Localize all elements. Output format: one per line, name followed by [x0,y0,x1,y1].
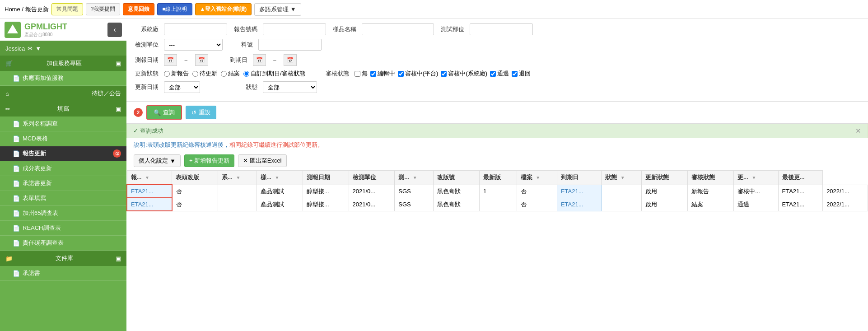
cb-return[interactable]: 退回 [512,70,531,78]
sidebar-item-value-service-header[interactable]: 🛒 加值服務專區 ▣ [0,56,126,71]
doc9-icon: 📄 [13,225,20,232]
filter-icon[interactable]: ▼ [536,175,540,180]
sidebar-item-label: 供應商加值服務 [23,74,64,82]
table-row: ETA21...否產品測試醇型接...2021/0...SGS黑色膏狀否ETA2… [127,198,868,211]
filter-icon[interactable]: ▼ [275,175,280,180]
report-date-end-calendar[interactable]: 📅 [195,54,208,66]
radio-new-report[interactable]: 新報告 [164,70,189,78]
report-date-start-calendar[interactable]: 📅 [164,54,177,66]
logo-sub: 產品合台8080 [24,32,67,38]
info-text-part2: 相同紀錄可繼續進行測試部位更新。 [229,141,323,148]
filter-icon[interactable]: ▼ [413,175,417,180]
sidebar-item-label: 表單填寫 [23,194,46,202]
update-date-select[interactable]: 全部 [164,81,200,93]
reset-icon: ↺ [191,109,196,116]
factory-input[interactable] [164,23,227,35]
filter-icon[interactable]: ▼ [621,175,625,180]
cb-none[interactable]: 無 [355,70,368,78]
table-cell: 否 [172,198,218,211]
expiry-date-start-calendar[interactable]: 📅 [253,54,266,66]
data-table: 報... ▼ 表頭改版 系... ▼ 樣... ▼ 測報日期 檢測單位 測...… [126,170,868,211]
sidebar-item-supplier-value[interactable]: 📄 供應商加值服務 [0,71,126,86]
col-report-no: 報... ▼ [127,171,172,185]
section2-label: 待辦／公告 [92,89,121,98]
cb-platform-review[interactable]: 審核中(平台) [398,70,439,78]
table-cell: SGS [395,185,434,198]
main-layout: GPMLIGHT 產品合台8080 ‹ Jessica ✉ ▼ 🛒 加值服務專區… [0,19,868,331]
sidebar-item-form-fill[interactable]: 📄 表單填寫 [0,191,126,206]
sidebar-item-series-survey[interactable]: 📄 系列名稱調查 [0,117,126,131]
filter-icon[interactable]: ▼ [751,175,756,180]
table-cell: 黑色膏狀 [434,198,480,211]
sidebar-item-label: 加州65調查表 [23,209,58,217]
expiry-date-end-calendar[interactable]: 📅 [284,54,297,66]
file-link[interactable]: ETA21... [561,201,583,208]
table-row: ETA21...否產品測試醇型接...2021/0...SGS黑色膏狀1否ETA… [127,185,868,198]
doc11-icon: 📄 [13,270,20,277]
search-button[interactable]: 🔍 查詢 [146,105,182,120]
col-latest: 最新版 [480,171,517,185]
sidebar-item-pledge-update[interactable]: 📄 承諾書更新 [0,176,126,191]
reset-button[interactable]: ↺ 重設 [186,106,216,119]
test-dept-input[interactable] [470,23,533,35]
item-no-input[interactable] [258,39,322,51]
sample-name-input[interactable] [362,23,434,35]
success-bar: ✓ 查詢成功 ✕ [126,124,868,138]
sidebar-item-fill-header[interactable]: ✏ 填寫 ▣ [0,101,126,117]
close-success-button[interactable]: ✕ [855,127,861,135]
multilang-button[interactable]: 多語系管理 ▼ [254,3,301,16]
radio-custom-date[interactable]: 自訂到期日/審核狀態 [243,70,305,78]
sidebar-item-pledge-doc[interactable]: 📄 承諾書 [0,266,126,281]
audit-status-checkboxes: 無 編輯中 審核中(平台) 審核中(系統廠) 通過 退回 [355,70,531,78]
table-cell [602,185,642,198]
radio-close[interactable]: 結案 [221,70,240,78]
feedback-button[interactable]: 意見回饋 [123,3,154,15]
sidebar-item-ingredient-update[interactable]: 📄 成分表更新 [0,161,126,176]
report-no-link[interactable]: ETA21... [131,201,154,208]
file-link[interactable]: ETA21... [561,188,583,195]
back-button[interactable]: ‹ [107,23,122,37]
sidebar-item-todo-header[interactable]: ⌂ 待辦／公告 [0,86,126,101]
login-old-button[interactable]: ▲登入舊站台(唯讀) [195,3,252,15]
faq-button[interactable]: 常見問題 [51,3,83,15]
filter-icon[interactable]: ▼ [145,175,149,180]
user-section[interactable]: Jessica ✉ ▼ [0,42,126,56]
table-cell: 否 [517,198,557,211]
sidebar-header: GPMLIGHT 產品合台8080 ‹ [0,19,126,42]
sidebar-item-carbon[interactable]: 📄 責任碳產調查表 [0,236,126,251]
report-no-link[interactable]: ETA21... [131,188,154,195]
step2-badge: 2 [134,108,143,117]
export-excel-button[interactable]: ✕ 匯出至Excel [238,154,286,167]
table-cell: 啟用 [642,185,688,198]
col-audit-status: 審核狀態 [688,171,734,185]
item-no-label: 料號 [228,41,253,49]
sidebar-item-label: MCD表格 [23,135,48,143]
sidebar-item-report-update[interactable]: 📄 報告更新 ① [0,146,126,161]
cb-editing[interactable]: 編輯中 [370,70,395,78]
breadcrumb: Home / 報告更新 [5,5,49,14]
radio-pending[interactable]: 待更新 [192,70,217,78]
report-no-input[interactable] [263,23,326,35]
col-test-unit: 檢測單位 [349,171,395,185]
filter-icon[interactable]: ▼ [236,175,240,180]
cb-factory-review[interactable]: 審核中(系統廠) [441,70,487,78]
status-label: 狀態 [233,83,257,91]
online-help-button[interactable]: ■線上說明 [157,3,192,15]
personalize-button[interactable]: 個人化設定 ▼ [134,154,181,167]
report-date-label: 測報日期 [134,56,159,64]
sidebar-item-ca65[interactable]: 📄 加州65調查表 [0,206,126,221]
sidebar-item-document-header[interactable]: 📁 文件庫 ▣ [0,251,126,266]
cb-pass[interactable]: 通過 [490,70,509,78]
collapse4-icon: ▣ [116,255,121,262]
test-unit-select[interactable]: --- [164,39,223,51]
sidebar-item-reach[interactable]: 📄 REACH調查表 [0,221,126,236]
ask-button[interactable]: ?我要提問 [86,3,121,15]
add-report-button[interactable]: + 新增報告更新 [184,154,234,167]
table-cell: 2021/0... [349,198,395,211]
sidebar-item-label: REACH調查表 [23,224,61,232]
breadcrumb-home[interactable]: Home [5,6,20,13]
status-select[interactable]: 全部 [263,81,317,93]
table-cell [218,185,257,198]
sidebar-item-mcd[interactable]: 📄 MCD表格 [0,131,126,146]
col-revision: 改版號 [434,171,480,185]
